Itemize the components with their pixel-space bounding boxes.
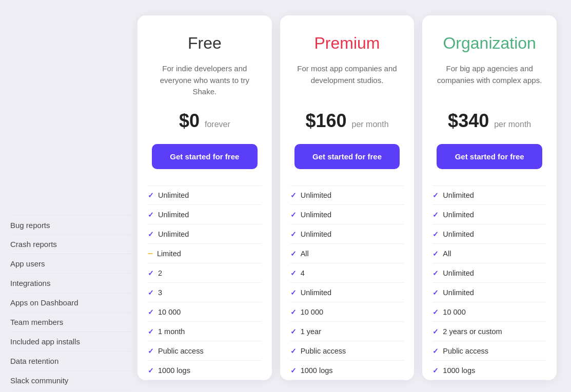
- check-icon: ✓: [290, 250, 297, 258]
- plan-organization: OrganizationFor big app agencies and com…: [422, 15, 557, 380]
- feature-label: Crash reports: [10, 235, 133, 254]
- cta-button-free[interactable]: Get started for free: [152, 144, 258, 169]
- plan-feature-row: ✓10 000: [290, 302, 404, 322]
- plan-free: FreeFor indie developers and everyone wh…: [137, 15, 272, 380]
- check-icon: ✓: [290, 347, 297, 355]
- plan-feature-row: ✓Unlimited: [148, 205, 262, 224]
- plan-feature-row: ✓1000 logs: [432, 361, 546, 380]
- plan-feature-row: ✓Unlimited: [432, 205, 546, 224]
- feature-label: Included app installs: [10, 332, 133, 352]
- plan-feature-row: ✓Unlimited: [432, 283, 546, 302]
- check-icon: ✓: [432, 366, 439, 375]
- feature-value: Public access: [301, 347, 346, 355]
- feature-value: Unlimited: [158, 191, 189, 199]
- check-icon: ✓: [432, 269, 439, 277]
- plan-feature-row: ✓10 000: [432, 302, 546, 322]
- feature-value: 2 years or custom: [443, 327, 502, 336]
- feature-value: Unlimited: [443, 230, 474, 238]
- feature-value: Limited: [157, 250, 181, 258]
- plan-premium: PremiumFor most app companies and develo…: [280, 15, 415, 380]
- check-icon: ✓: [432, 250, 439, 258]
- feature-value: Unlimited: [158, 211, 189, 219]
- plan-feature-row: ✓All: [290, 244, 404, 263]
- plan-feature-row: ✓Unlimited: [148, 185, 262, 205]
- feature-value: 1000 logs: [301, 366, 333, 375]
- plan-description: For most app companies and development s…: [294, 63, 400, 100]
- feature-value: Unlimited: [301, 288, 331, 297]
- feature-value: All: [443, 250, 451, 258]
- plan-feature-row: ✓2: [148, 263, 262, 283]
- plan-name: Free: [152, 34, 258, 53]
- check-icon: ✓: [148, 347, 154, 355]
- plan-feature-row: ✓Unlimited: [148, 224, 262, 244]
- plan-feature-row: ✓Public access: [432, 341, 546, 361]
- feature-label: Slack community: [10, 371, 133, 390]
- plan-feature-row: ✓Public access: [290, 341, 404, 361]
- plan-feature-row: ✓Unlimited: [290, 205, 404, 224]
- feature-value: Unlimited: [301, 191, 331, 199]
- plan-description: For indie developers and everyone who wa…: [152, 63, 258, 100]
- check-icon: ✓: [148, 211, 154, 219]
- feature-value: 2: [158, 269, 162, 277]
- pricing-container: Bug reportsCrash reportsApp usersIntegra…: [10, 15, 561, 392]
- plan-feature-row: ✓1 year: [290, 322, 404, 341]
- feature-value: Unlimited: [301, 211, 331, 219]
- plan-feature-row: ✓Unlimited: [432, 263, 546, 283]
- check-icon: ✓: [432, 288, 439, 297]
- feature-value: Public access: [158, 347, 204, 355]
- feature-label: Data retention: [10, 352, 133, 371]
- check-icon: ✓: [148, 327, 154, 336]
- feature-value: Unlimited: [158, 230, 189, 238]
- feature-value: Unlimited: [443, 269, 474, 277]
- check-icon: ✓: [148, 191, 154, 199]
- plan-feature-row: –Limited: [148, 244, 262, 263]
- plan-price: $340 per month: [437, 110, 542, 132]
- plan-feature-row: ✓1000 logs: [290, 361, 404, 380]
- feature-value: 10 000: [301, 308, 323, 316]
- feature-label: Bug reports: [10, 215, 133, 235]
- feature-label: App users: [10, 254, 133, 274]
- check-icon: ✓: [290, 191, 297, 199]
- check-icon: ✓: [148, 288, 154, 297]
- feature-value: 1000 logs: [443, 366, 475, 375]
- check-icon: ✓: [290, 288, 297, 297]
- check-icon: ✓: [432, 327, 439, 336]
- feature-value: 4: [301, 269, 305, 277]
- check-icon: ✓: [432, 308, 439, 316]
- check-icon: ✓: [432, 230, 439, 238]
- plan-feature-row: ✓3: [148, 283, 262, 302]
- features-column: Bug reportsCrash reportsApp usersIntegra…: [10, 15, 133, 392]
- feature-value: 1 year: [301, 327, 321, 336]
- check-icon: ✓: [148, 230, 154, 238]
- plan-feature-row: ✓Unlimited: [290, 224, 404, 244]
- cta-button-organization[interactable]: Get started for free: [437, 144, 542, 169]
- feature-value: All: [301, 250, 309, 258]
- feature-label: Apps on Dashboard: [10, 293, 133, 313]
- feature-label: Team members: [10, 313, 133, 332]
- check-icon: ✓: [290, 269, 297, 277]
- check-icon: ✓: [148, 366, 154, 375]
- check-icon: ✓: [290, 366, 297, 375]
- plan-feature-row: ✓Unlimited: [432, 224, 546, 244]
- check-icon: ✓: [432, 211, 439, 219]
- plan-feature-row: ✓Public access: [148, 341, 262, 361]
- feature-value: Public access: [443, 347, 488, 355]
- cta-button-premium[interactable]: Get started for free: [294, 144, 400, 169]
- plan-feature-row: ✓1 month: [148, 322, 262, 341]
- feature-label: Integrations: [10, 274, 133, 293]
- plan-price: $160 per month: [294, 110, 400, 132]
- check-icon: ✓: [290, 308, 297, 316]
- check-icon: ✓: [290, 211, 297, 219]
- check-icon: ✓: [148, 308, 154, 316]
- dash-icon: –: [148, 248, 153, 259]
- plan-name: Organization: [437, 34, 542, 53]
- feature-value: 10 000: [443, 308, 465, 316]
- check-icon: ✓: [432, 191, 439, 199]
- feature-value: Unlimited: [301, 230, 331, 238]
- check-icon: ✓: [148, 269, 154, 277]
- plan-feature-row: ✓4: [290, 263, 404, 283]
- plan-feature-row: ✓Unlimited: [432, 185, 546, 205]
- feature-value: Unlimited: [443, 288, 474, 297]
- feature-value: 3: [158, 288, 162, 297]
- plan-feature-row: ✓Unlimited: [290, 283, 404, 302]
